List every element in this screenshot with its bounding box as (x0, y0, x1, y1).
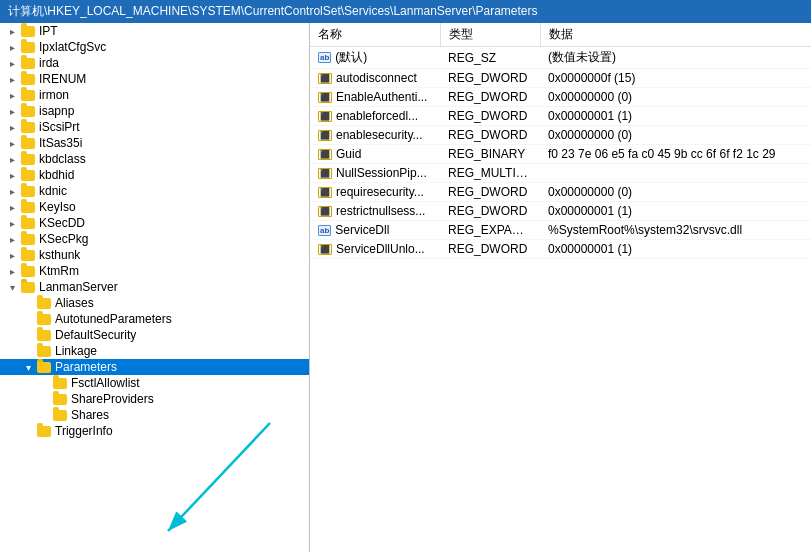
value-data-cell: 0x00000000 (0) (540, 88, 811, 107)
tree-item-ksthunk[interactable]: ▸ksthunk (0, 247, 309, 263)
folder-icon-Shares (52, 408, 68, 422)
tree-label-kdnic: kdnic (39, 184, 67, 198)
expander-irda[interactable]: ▸ (4, 58, 20, 69)
value-type-cell: REG_DWORD (440, 183, 540, 202)
expander-Parameters[interactable]: ▾ (20, 362, 36, 373)
value-data-cell: 0x00000001 (1) (540, 107, 811, 126)
tree-item-KSecDD[interactable]: ▸KSecDD (0, 215, 309, 231)
tree-item-irmon[interactable]: ▸irmon (0, 87, 309, 103)
expander-isapnp[interactable]: ▸ (4, 106, 20, 117)
tree-label-KeyIso: KeyIso (39, 200, 76, 214)
reg-dword-icon: ⬛ (318, 92, 332, 103)
tree-item-AutotunedParameters[interactable]: AutotunedParameters (0, 311, 309, 327)
table-row[interactable]: ⬛EnableAuthenti...REG_DWORD0x00000000 (0… (310, 88, 811, 107)
expander-IPT[interactable]: ▸ (4, 26, 20, 37)
table-row[interactable]: ⬛restrictnullsess...REG_DWORD0x00000001 … (310, 202, 811, 221)
tree-label-DefaultSecurity: DefaultSecurity (55, 328, 136, 342)
tree-item-TriggerInfo[interactable]: TriggerInfo (0, 423, 309, 439)
folder-icon-LanmanServer (20, 280, 36, 294)
expander-irmon[interactable]: ▸ (4, 90, 20, 101)
table-row[interactable]: ⬛enablesecurity...REG_DWORD0x00000000 (0… (310, 126, 811, 145)
value-type-cell: REG_DWORD (440, 240, 540, 259)
table-row[interactable]: ⬛ServiceDllUnlo...REG_DWORD0x00000001 (1… (310, 240, 811, 259)
tree-label-isapnp: isapnp (39, 104, 74, 118)
table-row[interactable]: ⬛NullSessionPip...REG_MULTI_SZ (310, 164, 811, 183)
table-row[interactable]: ⬛GuidREG_BINARYf0 23 7e 06 e5 fa c0 45 9… (310, 145, 811, 164)
tree-item-KSecPkg[interactable]: ▸KSecPkg (0, 231, 309, 247)
expander-KSecPkg[interactable]: ▸ (4, 234, 20, 245)
tree-item-DefaultSecurity[interactable]: DefaultSecurity (0, 327, 309, 343)
value-name-cell: ⬛EnableAuthenti... (310, 88, 440, 107)
tree-label-Parameters: Parameters (55, 360, 117, 374)
tree-item-IRENUM[interactable]: ▸IRENUM (0, 71, 309, 87)
main-container: ▸IPT▸IpxlatCfgSvc▸irda▸IRENUM▸irmon▸isap… (0, 23, 811, 552)
tree-item-ItSas35i[interactable]: ▸ItSas35i (0, 135, 309, 151)
value-data-cell (540, 164, 811, 183)
table-row[interactable]: ⬛autodisconnectREG_DWORD0x0000000f (15) (310, 69, 811, 88)
tree-label-irda: irda (39, 56, 59, 70)
folder-icon-DefaultSecurity (36, 328, 52, 342)
tree-item-kdnic[interactable]: ▸kdnic (0, 183, 309, 199)
tree-item-KeyIso[interactable]: ▸KeyIso (0, 199, 309, 215)
tree-item-FsctlAllowlist[interactable]: FsctlAllowlist (0, 375, 309, 391)
tree-label-iScsiPrt: iScsiPrt (39, 120, 80, 134)
reg-dword-icon: ⬛ (318, 244, 332, 255)
tree-item-kbdhid[interactable]: ▸kbdhid (0, 167, 309, 183)
tree-item-KtmRm[interactable]: ▸KtmRm (0, 263, 309, 279)
value-name: EnableAuthenti... (336, 90, 427, 104)
tree-item-iScsiPrt[interactable]: ▸iScsiPrt (0, 119, 309, 135)
value-name: restrictnullsess... (336, 204, 425, 218)
title-bar: 计算机\HKEY_LOCAL_MACHINE\SYSTEM\CurrentCon… (0, 0, 811, 23)
value-type-cell: REG_MULTI_SZ (440, 164, 540, 183)
tree-item-Shares[interactable]: Shares (0, 407, 309, 423)
tree-item-Parameters[interactable]: ▾Parameters (0, 359, 309, 375)
value-type-cell: REG_DWORD (440, 69, 540, 88)
expander-ItSas35i[interactable]: ▸ (4, 138, 20, 149)
folder-icon-IRENUM (20, 72, 36, 86)
expander-LanmanServer[interactable]: ▾ (4, 282, 20, 293)
tree-item-isapnp[interactable]: ▸isapnp (0, 103, 309, 119)
tree-item-Linkage[interactable]: Linkage (0, 343, 309, 359)
tree-item-IpxlatCfgSvc[interactable]: ▸IpxlatCfgSvc (0, 39, 309, 55)
expander-IRENUM[interactable]: ▸ (4, 74, 20, 85)
expander-kbdclass[interactable]: ▸ (4, 154, 20, 165)
tree-item-ShareProviders[interactable]: ShareProviders (0, 391, 309, 407)
value-data-cell: 0x00000000 (0) (540, 183, 811, 202)
tree-label-ksthunk: ksthunk (39, 248, 80, 262)
tree-item-kbdclass[interactable]: ▸kbdclass (0, 151, 309, 167)
tree-item-irda[interactable]: ▸irda (0, 55, 309, 71)
tree-label-kbdhid: kbdhid (39, 168, 74, 182)
expander-iScsiPrt[interactable]: ▸ (4, 122, 20, 133)
tree-item-Aliases[interactable]: Aliases (0, 295, 309, 311)
header-type: 类型 (440, 23, 540, 47)
tree-label-Linkage: Linkage (55, 344, 97, 358)
tree-item-LanmanServer[interactable]: ▾LanmanServer (0, 279, 309, 295)
title-text: 计算机\HKEY_LOCAL_MACHINE\SYSTEM\CurrentCon… (8, 4, 538, 18)
value-type-cell: REG_SZ (440, 47, 540, 69)
table-row[interactable]: ab(默认)REG_SZ(数值未设置) (310, 47, 811, 69)
registry-values-panel: 名称 类型 数据 ab(默认)REG_SZ(数值未设置)⬛autodisconn… (310, 23, 811, 552)
values-table: 名称 类型 数据 ab(默认)REG_SZ(数值未设置)⬛autodisconn… (310, 23, 811, 259)
tree-label-irmon: irmon (39, 88, 69, 102)
table-row[interactable]: ⬛enableforcedl...REG_DWORD0x00000001 (1) (310, 107, 811, 126)
expander-KeyIso[interactable]: ▸ (4, 202, 20, 213)
expander-KSecDD[interactable]: ▸ (4, 218, 20, 229)
table-row[interactable]: ⬛requiresecurity...REG_DWORD0x00000000 (… (310, 183, 811, 202)
folder-icon-irmon (20, 88, 36, 102)
tree-label-ShareProviders: ShareProviders (71, 392, 154, 406)
tree-item-IPT[interactable]: ▸IPT (0, 23, 309, 39)
expander-ksthunk[interactable]: ▸ (4, 250, 20, 261)
value-data-cell: %SystemRoot%\system32\srvsvc.dll (540, 221, 811, 240)
value-name: ServiceDllUnlo... (336, 242, 425, 256)
value-name-cell: ⬛restrictnullsess... (310, 202, 440, 221)
folder-icon-KSecDD (20, 216, 36, 230)
value-type-cell: REG_DWORD (440, 88, 540, 107)
expander-kbdhid[interactable]: ▸ (4, 170, 20, 181)
value-name-cell: ⬛Guid (310, 145, 440, 164)
expander-KtmRm[interactable]: ▸ (4, 266, 20, 277)
table-row[interactable]: abServiceDllREG_EXPAND_SZ%SystemRoot%\sy… (310, 221, 811, 240)
reg-dword-icon: ⬛ (318, 168, 332, 179)
expander-IpxlatCfgSvc[interactable]: ▸ (4, 42, 20, 53)
value-data-cell: (数值未设置) (540, 47, 811, 69)
expander-kdnic[interactable]: ▸ (4, 186, 20, 197)
